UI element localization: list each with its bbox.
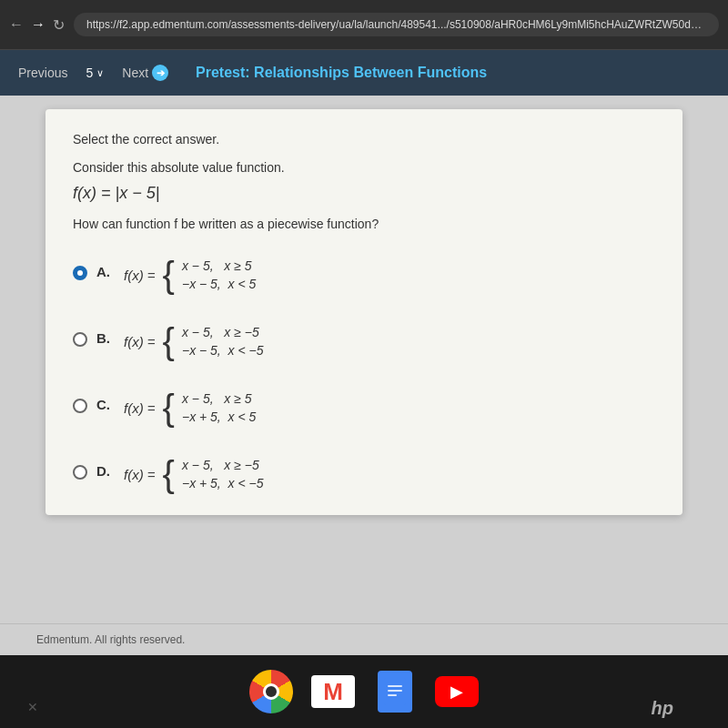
hp-logo: hp (652, 698, 673, 719)
radio-a[interactable] (73, 266, 87, 280)
case-d-2: −x + 5, x < −5 (182, 476, 264, 490)
address-bar[interactable]: https://f2.app.edmentum.com/assessments-… (74, 13, 719, 36)
youtube-visual: ▶ (435, 676, 479, 707)
label-d: D. (96, 463, 110, 479)
browser-bar: ← → ↻ https://f2.app.edmentum.com/assess… (0, 0, 728, 50)
case-b-2: −x − 5, x < −5 (182, 343, 264, 358)
option-c[interactable]: C. f(x) = { x − 5, x ≥ 5 −x + 5, x < 5 (73, 382, 655, 426)
label-a: A. (96, 264, 110, 279)
gmail-m: M (311, 675, 355, 708)
fx-b: f(x) = (124, 334, 156, 349)
option-b[interactable]: B. f(x) = { x − 5, x ≥ −5 −x − 5, x < −5 (73, 316, 655, 359)
top-nav: Previous 5 ∨ Next ➔ Pretest: Relationshi… (0, 50, 728, 96)
svg-rect-2 (388, 690, 402, 692)
cases-a: x − 5, x ≥ 5 −x − 5, x < 5 (182, 258, 256, 291)
option-b-content: f(x) = { x − 5, x ≥ −5 −x − 5, x < −5 (124, 316, 263, 359)
case-c-1: x − 5, x ≥ 5 (182, 391, 256, 406)
case-b-1: x − 5, x ≥ −5 (182, 325, 264, 339)
taskbar: ✕ M ▶ hp (0, 655, 728, 728)
youtube-icon[interactable]: ▶ (435, 670, 479, 713)
fx-c: f(x) = (124, 400, 156, 416)
chrome-icon[interactable] (249, 670, 293, 713)
docs-visual (378, 671, 412, 713)
case-a-2: −x − 5, x < 5 (182, 277, 256, 291)
label-c: C. (96, 397, 110, 412)
option-a[interactable]: A. f(x) = { x − 5, x ≥ 5 −x − 5, x < 5 (73, 249, 655, 293)
cases-b: x − 5, x ≥ −5 −x − 5, x < −5 (182, 325, 264, 358)
fx-d: f(x) = (124, 467, 156, 482)
option-d[interactable]: D. f(x) = { x − 5, x ≥ −5 −x + 5, x < −5 (73, 449, 655, 492)
option-d-content: f(x) = { x − 5, x ≥ −5 −x + 5, x < −5 (124, 449, 263, 492)
options-list: A. f(x) = { x − 5, x ≥ 5 −x − 5, x < 5 B (73, 249, 655, 492)
case-d-1: x − 5, x ≥ −5 (182, 458, 264, 472)
cases-d: x − 5, x ≥ −5 −x + 5, x < −5 (182, 458, 264, 490)
radio-b[interactable] (73, 332, 87, 347)
label-b: B. (96, 330, 110, 346)
brace-b: { (163, 323, 175, 359)
docs-icon[interactable] (373, 670, 417, 713)
next-button[interactable]: Next ➔ (122, 65, 168, 81)
brace-a: { (163, 257, 175, 293)
svg-rect-3 (388, 694, 397, 696)
footer: Edmentum. All rights reserved. (0, 623, 728, 655)
question-number[interactable]: 5 ∨ (86, 66, 104, 80)
svg-rect-1 (388, 685, 402, 687)
previous-button[interactable]: Previous (18, 66, 67, 80)
brace-c: { (163, 389, 175, 426)
radio-d[interactable] (73, 465, 87, 480)
option-c-content: f(x) = { x − 5, x ≥ 5 −x + 5, x < 5 (124, 382, 256, 426)
premise-text: Consider this absolute value function. (73, 160, 655, 175)
option-a-content: f(x) = { x − 5, x ≥ 5 −x − 5, x < 5 (124, 249, 256, 293)
gmail-icon[interactable]: M (311, 670, 355, 713)
case-a-1: x − 5, x ≥ 5 (182, 258, 256, 273)
refresh-icon[interactable]: ↻ (53, 16, 65, 34)
instruction-text: Select the correct answer. (73, 132, 655, 147)
footer-text: Edmentum. All rights reserved. (36, 633, 185, 646)
page-title: Pretest: Relationships Between Functions (196, 65, 487, 81)
question-ask: How can function f be written as a piece… (73, 217, 655, 231)
radio-c[interactable] (73, 399, 87, 413)
brace-d: { (163, 456, 175, 492)
main-content: Select the correct answer. Consider this… (0, 96, 728, 623)
case-c-2: −x + 5, x < 5 (182, 410, 256, 424)
back-arrow[interactable]: ← (9, 16, 24, 33)
next-icon: ➔ (152, 65, 168, 81)
browser-navigation: ← → ↻ (9, 16, 65, 34)
cases-c: x − 5, x ≥ 5 −x + 5, x < 5 (182, 391, 256, 424)
cursor-area: ✕ (27, 700, 38, 714)
fx-a: f(x) = (124, 268, 156, 283)
forward-arrow[interactable]: → (31, 16, 46, 33)
formula-display: f(x) = |x − 5| (73, 184, 655, 203)
question-card: Select the correct answer. Consider this… (46, 109, 682, 515)
